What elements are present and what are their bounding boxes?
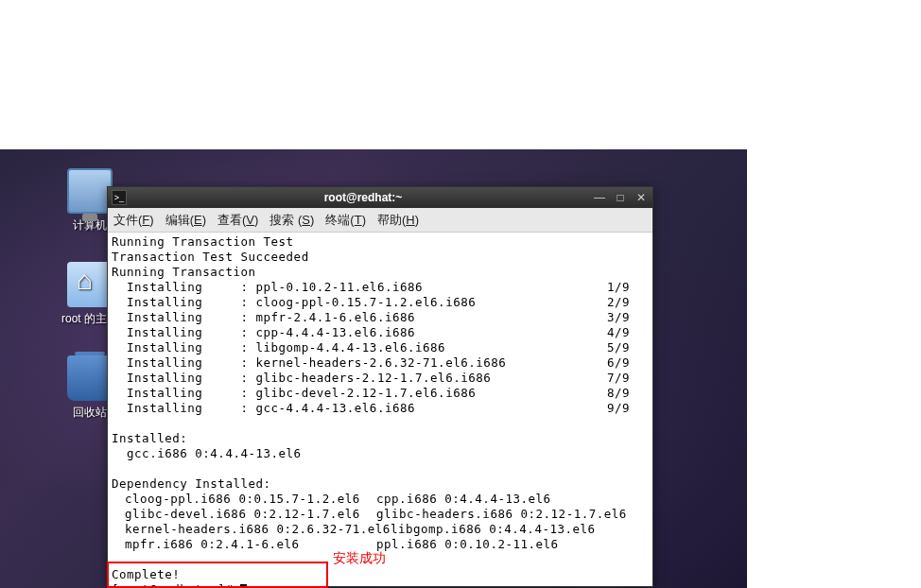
- desktop-icon-label: 回收站: [73, 405, 107, 421]
- close-button[interactable]: ✕: [634, 191, 649, 204]
- minimize-button[interactable]: —: [592, 191, 607, 204]
- menu-help[interactable]: 帮助(H): [377, 212, 419, 229]
- trash-icon: [67, 355, 113, 401]
- menu-terminal[interactable]: 终端(T): [325, 212, 366, 229]
- terminal-output[interactable]: Running Transaction TestTransaction Test…: [108, 233, 652, 586]
- menu-view[interactable]: 查看(V): [217, 212, 258, 229]
- menu-edit[interactable]: 编辑(E): [165, 212, 206, 229]
- window-titlebar[interactable]: >_ root@redhat:~ — □ ✕: [108, 187, 652, 208]
- menubar: 文件(F) 编辑(E) 查看(V) 搜索 (S) 终端(T) 帮助(H): [108, 208, 652, 233]
- terminal-window: >_ root@redhat:~ — □ ✕ 文件(F) 编辑(E) 查看(V)…: [107, 186, 653, 587]
- home-folder-icon: [67, 262, 113, 307]
- maximize-button[interactable]: □: [613, 191, 628, 204]
- computer-icon: [67, 168, 113, 214]
- terminal-app-icon: >_: [112, 190, 127, 205]
- menu-file[interactable]: 文件(F): [113, 212, 154, 229]
- window-title: root@redhat:~: [134, 191, 592, 204]
- menu-search[interactable]: 搜索 (S): [269, 212, 314, 229]
- annotation-label: 安装成功: [333, 550, 386, 567]
